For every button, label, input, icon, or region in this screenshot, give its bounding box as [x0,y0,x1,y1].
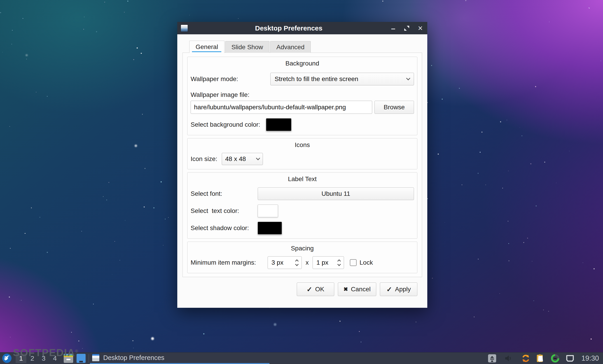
watermark-reg: ® [75,349,79,353]
tab-slide-show[interactable]: Slide Show [225,41,269,53]
background-group-title: Background [191,58,414,69]
window-controls: – × [390,25,424,32]
desktop-preferences-window: Desktop Preferences – × General Slide Sh… [177,22,427,308]
tab-bar: General Slide Show Advanced [189,41,427,53]
spinbox-arrows[interactable] [292,257,302,269]
taskbar-clock[interactable]: 19:30 [581,354,599,363]
margin-x-spinbox[interactable]: 3 px [268,256,302,269]
background-group: Background Wallpaper mode: Stretch to fi… [187,57,417,135]
shadow-color-label: Select shadow color: [191,225,258,232]
icon-size-label: Icon size: [191,155,222,163]
apply-button[interactable]: ✓ Apply [380,283,417,296]
lubuntu-logo-icon [2,353,12,363]
tab-slide-show-label: Slide Show [232,44,263,51]
chevron-down-icon [256,156,260,160]
clipboard-icon[interactable] [536,354,545,363]
start-menu-button[interactable] [2,353,12,363]
wallpaper-file-input[interactable] [191,101,372,114]
tab-advanced-label: Advanced [277,44,305,51]
cancel-button[interactable]: ✖ Cancel [338,283,376,296]
font-button[interactable]: Ubuntu 11 [258,187,414,200]
desktop-screen: Desktop Preferences – × General Slide Sh… [0,0,603,364]
updates-icon[interactable] [521,354,530,363]
taskbar-task-desktop-preferences[interactable]: Desktop Preferences [90,353,269,364]
task-button-label: Desktop Preferences [103,354,164,362]
eject-icon[interactable] [488,354,496,363]
spacing-group: Spacing Minimum item margins: 3 px x 1 p… [187,242,417,273]
ok-button[interactable]: ✓ OK [297,283,334,296]
volume-icon[interactable] [504,354,512,363]
apply-button-label: Apply [395,286,411,293]
check-icon: ✓ [306,285,312,293]
margins-separator: x [306,259,309,266]
restore-icon [404,25,409,31]
general-tab-panel: Background Wallpaper mode: Stretch to fi… [183,53,422,277]
shadow-color-swatch[interactable] [258,222,282,234]
wallpaper-mode-select[interactable]: Stretch to fill the entire screen [270,73,414,85]
display-icon[interactable] [566,354,575,363]
dialog-button-row: ✓ OK ✖ Cancel ✓ Apply [177,283,417,296]
restore-button[interactable] [403,25,410,32]
window-titlebar[interactable]: Desktop Preferences – × [177,22,427,34]
icon-size-value: 48 x 48 [225,155,246,163]
lock-label: Lock [359,259,373,266]
window-title: Desktop Preferences [188,24,390,32]
watermark-text: SOFTPEDIA [13,347,75,358]
close-button[interactable]: × [417,25,424,32]
label-text-group-title: Label Text [191,174,414,184]
spin-down-icon[interactable] [337,262,341,266]
margin-x-value: 3 px [268,257,292,269]
font-label: Select font: [191,190,258,197]
margin-y-spinbox[interactable]: 1 px [313,256,344,269]
minimum-margins-label: Minimum item margins: [191,259,265,266]
softpedia-watermark: SOFTPEDIA® [13,347,79,359]
tab-general[interactable]: General [189,41,224,53]
label-text-group: Label Text Select font: Ubuntu 11 Select… [187,172,417,239]
system-tray: 19:30 [488,354,603,363]
wallpaper-file-label: Wallpaper image file: [191,91,249,98]
lock-checkbox[interactable] [350,259,357,266]
margin-y-value: 1 px [313,257,334,269]
tab-advanced[interactable]: Advanced [270,41,311,53]
cross-icon: ✖ [344,286,348,292]
check-icon: ✓ [386,285,392,293]
icons-group-title: Icons [191,140,414,150]
cancel-button-label: Cancel [351,286,371,293]
ok-button-label: OK [315,286,324,293]
window-icon [92,354,99,361]
icon-size-select[interactable]: 48 x 48 [222,153,263,165]
icons-group: Icons Icon size: 48 x 48 [187,138,417,169]
spinbox-arrows[interactable] [334,257,344,269]
text-color-swatch[interactable] [258,205,278,217]
window-icon [181,25,188,32]
system-monitor-icon[interactable] [551,354,560,363]
minimize-button[interactable]: – [390,25,397,32]
chevron-down-icon [406,76,410,80]
taskbar: 1 2 3 4 Desktop Preferences [0,352,603,364]
spacing-group-title: Spacing [191,243,414,254]
spin-down-icon[interactable] [295,262,299,266]
text-color-label: Select text color: [191,207,258,215]
browse-button[interactable]: Browse [374,101,414,114]
taskbar-divider [89,354,89,363]
wallpaper-mode-label: Wallpaper mode: [191,75,270,83]
background-color-swatch[interactable] [266,118,291,131]
tab-general-label: General [196,43,218,51]
background-color-label: Select background color: [191,121,260,128]
wallpaper-mode-value: Stretch to fill the entire screen [275,75,358,83]
